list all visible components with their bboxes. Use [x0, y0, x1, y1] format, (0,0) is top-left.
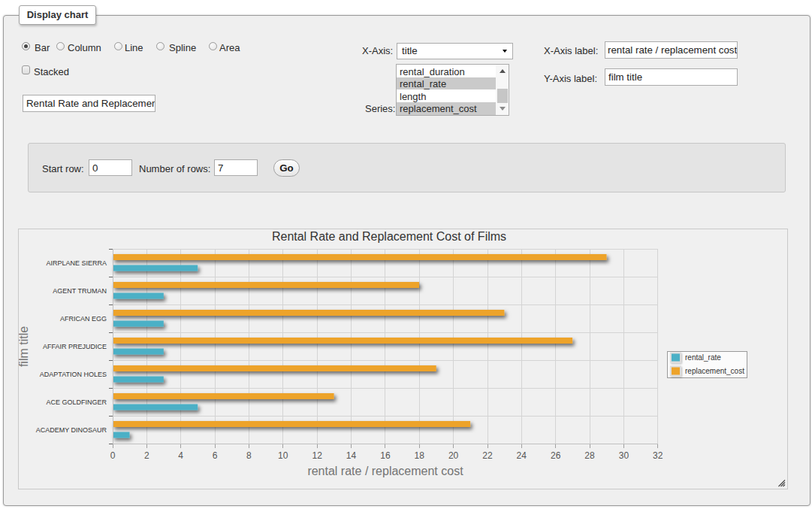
svg-text:2: 2: [144, 450, 149, 461]
svg-text:AFFAIR PREJUDICE: AFFAIR PREJUDICE: [43, 343, 107, 350]
svg-text:4: 4: [178, 450, 183, 461]
svg-text:16: 16: [380, 450, 391, 461]
svg-text:30: 30: [619, 450, 629, 461]
svg-text:rental_rate: rental_rate: [685, 353, 721, 362]
svg-text:rental rate / replacement cost: rental rate / replacement cost: [307, 465, 463, 477]
svg-text:8: 8: [246, 450, 252, 461]
svg-text:26: 26: [551, 450, 561, 461]
svg-text:10: 10: [278, 450, 288, 461]
svg-text:14: 14: [346, 450, 357, 461]
svg-text:film title: film title: [19, 326, 30, 367]
svg-text:12: 12: [312, 450, 323, 461]
svg-text:Rental Rate and Replacement Co: Rental Rate and Replacement Cost of Film…: [272, 230, 506, 243]
svg-text:AGENT TRUMAN: AGENT TRUMAN: [53, 287, 107, 295]
svg-text:6: 6: [213, 450, 218, 461]
svg-text:ACE GOLDFINGER: ACE GOLDFINGER: [46, 398, 107, 406]
svg-text:AIRPLANE SIERRA: AIRPLANE SIERRA: [46, 259, 107, 267]
svg-text:ADAPTATION HOLES: ADAPTATION HOLES: [40, 371, 107, 378]
svg-text:AFRICAN EGG: AFRICAN EGG: [60, 315, 107, 323]
svg-text:24: 24: [517, 450, 527, 461]
svg-text:0: 0: [110, 450, 116, 461]
svg-text:28: 28: [584, 450, 595, 461]
svg-text:22: 22: [482, 450, 493, 461]
svg-text:20: 20: [448, 450, 459, 461]
svg-text:ACADEMY DINOSAUR: ACADEMY DINOSAUR: [36, 426, 107, 434]
svg-text:18: 18: [415, 450, 425, 461]
svg-text:32: 32: [653, 450, 663, 461]
svg-text:replacement_cost: replacement_cost: [685, 367, 744, 375]
